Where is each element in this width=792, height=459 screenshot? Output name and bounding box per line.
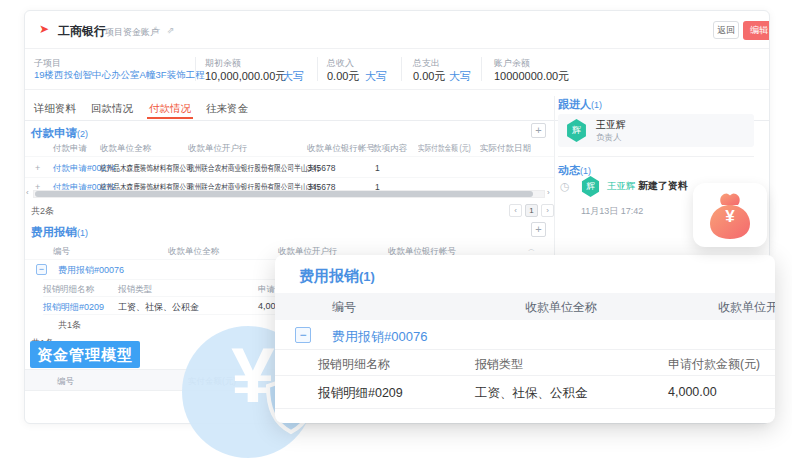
subcol-header: 申请付款金额(元): [668, 356, 760, 373]
divider: [317, 57, 318, 81]
col-header: 编号: [332, 299, 356, 316]
col-header: 实际付款金额 (元): [418, 143, 471, 155]
col-header: 收款单位开户行: [718, 299, 775, 316]
col-header: 收款单位开户行: [188, 143, 248, 155]
page-prev-button[interactable]: ‹: [509, 204, 522, 217]
expand-row-icon[interactable]: +: [35, 163, 40, 173]
cell-expense-type: 工资、社保、公积金: [118, 301, 199, 314]
table-row: 报销明细#0209 工资、社保、公积金 4,000.00: [275, 376, 775, 409]
expense-detail-link[interactable]: 报销明细#0209: [318, 385, 403, 402]
field-value: 10,000,000.00元: [205, 69, 286, 84]
subproject-link[interactable]: 19楼西投创智中心办公室A幢3F装饰工程: [34, 69, 205, 82]
divider: [25, 177, 554, 178]
activity-action: 新建了资料: [638, 179, 688, 193]
cell-amount: 4,000.00: [668, 385, 717, 399]
scroll-left-icon[interactable]: ‹: [26, 188, 29, 197]
add-payment-button[interactable]: +: [531, 123, 546, 138]
expense-popup: 费用报销(1) 编号 收款单位全称 收款单位开户行 − 费用报销#00076 报…: [275, 255, 775, 423]
activity-actor[interactable]: 王亚辉: [607, 180, 636, 193]
divider: [25, 89, 769, 90]
divider: [195, 57, 196, 81]
field-value: 0.00元: [413, 69, 445, 84]
follower-role: 负责人: [596, 132, 622, 144]
favorite-star-icon[interactable]: ☆: [151, 24, 161, 37]
collapse-row-icon[interactable]: −: [295, 327, 311, 343]
popup-header-row: 编号 收款单位全称 收款单位开户行: [275, 293, 775, 320]
avatar: 辉: [566, 119, 587, 142]
popup-subheader-row: 报销明细名称 报销类型 申请付款金额(元): [275, 350, 775, 376]
subcol-header: 报销类型: [475, 356, 523, 373]
expense-link[interactable]: 费用报销#00076: [332, 328, 427, 346]
edit-button[interactable]: 编辑: [743, 21, 770, 40]
detail-row-count: 共1条: [58, 319, 81, 332]
share-icon[interactable]: ⇗: [167, 25, 175, 35]
caption-fund-management-model: 资金管理模型: [30, 341, 140, 368]
money-bag-yen-icon: ¥: [693, 207, 767, 227]
collapse-row-icon[interactable]: −: [36, 264, 47, 275]
page-number[interactable]: 1: [525, 204, 538, 217]
field-value: 10000000.00元: [494, 69, 569, 84]
add-expense-button[interactable]: +: [531, 222, 546, 237]
record-title: 工商银行: [58, 23, 106, 40]
follower-title: 跟进人(1): [558, 97, 602, 112]
scroll-right-icon[interactable]: ›: [547, 188, 550, 197]
uppercase-link[interactable]: 大写: [449, 69, 471, 84]
follower-title-text: 跟进人: [558, 98, 591, 110]
section-title: 费用报销(1): [31, 225, 88, 240]
money-bag-card: ¥: [693, 183, 767, 247]
follower-name: 王亚辉: [596, 118, 626, 132]
activity-time: 11月13日 17:42: [581, 205, 643, 218]
col-header: 收款单位全称: [168, 246, 219, 258]
expense-detail-link[interactable]: 报销明细#0209: [43, 301, 104, 314]
uppercase-link[interactable]: 大写: [365, 69, 387, 84]
record-flag-icon: ➤: [39, 22, 49, 36]
col-header: 收款单位全称: [100, 143, 151, 155]
top-bar: ➤ 工商银行 项目资金账户 ☆ ⇗ 返回 编辑: [25, 11, 769, 49]
tab-details[interactable]: 详细资料: [34, 102, 76, 116]
uppercase-link[interactable]: 大写: [282, 69, 304, 84]
section-count: (2): [77, 129, 88, 139]
cell-expense-type: 工资、社保、公积金: [475, 385, 588, 402]
section-title-text: 费用报销: [31, 226, 77, 238]
tab-payments[interactable]: 付款情况: [149, 102, 191, 116]
back-button[interactable]: 返回: [713, 21, 739, 39]
col-header: 编号: [53, 246, 70, 258]
col-header: 编号: [57, 376, 74, 388]
scroll-up-icon[interactable]: ︿: [528, 244, 535, 254]
activity-title: 动态(1): [558, 163, 591, 178]
divider: [401, 57, 402, 81]
follower-count: (1): [591, 100, 602, 110]
col-header: 实际付款日期: [480, 143, 531, 155]
subcol-header: 报销明细名称: [318, 356, 390, 373]
cell-account: 345678: [307, 163, 335, 173]
col-header: 收款单位银行帐号: [307, 143, 375, 155]
section-count: (1): [77, 228, 88, 238]
col-header: 收款单位全称: [525, 299, 597, 316]
popup-count: (1): [359, 269, 375, 284]
field-value: 0.00元: [327, 69, 359, 84]
row-count: 共2条: [31, 205, 54, 218]
follower-card[interactable]: 辉 王亚辉 负责人: [558, 114, 754, 147]
cell-bank: 杭州联合农村商业银行股份有限公司半山支行: [188, 163, 321, 175]
expense-link[interactable]: 费用报销#00076: [58, 264, 124, 277]
table-row: − 费用报销#00076: [275, 320, 775, 350]
avatar: 辉: [581, 176, 600, 197]
col-header: 付款申请: [53, 143, 87, 155]
popup-title: 费用报销(1): [299, 267, 375, 286]
section-title: 付款申请(2): [31, 126, 88, 141]
popup-title-text: 费用报销: [299, 267, 359, 284]
cell-company: 杭州品木森鹿装饰材料有限公司: [100, 163, 193, 175]
subcol-header: 报销明细名称: [43, 284, 94, 296]
section-title-text: 付款申请: [31, 127, 77, 139]
divider: [25, 156, 554, 157]
tab-collections[interactable]: 回款情况: [91, 102, 133, 116]
activity-title-text: 动态: [558, 164, 580, 176]
page-next-button[interactable]: ›: [541, 204, 554, 217]
activity-count: (1): [580, 166, 591, 176]
divider: [558, 156, 754, 157]
cell-content: 1: [375, 163, 380, 173]
active-tab-underline: [147, 117, 193, 119]
scrollbar-thumb[interactable]: [35, 191, 533, 197]
tab-transactions[interactable]: 往来资金: [206, 102, 248, 116]
divider: [481, 57, 482, 81]
